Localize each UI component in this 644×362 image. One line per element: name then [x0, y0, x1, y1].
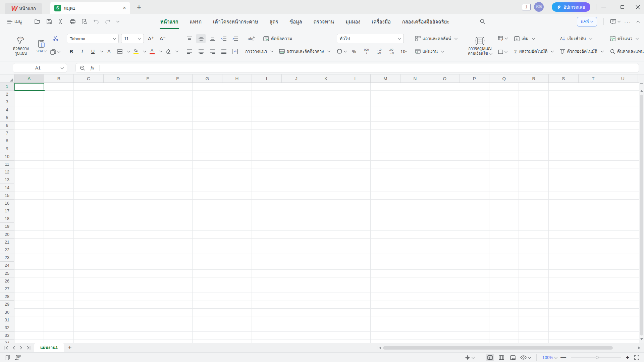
autosum-button[interactable]: Σ ผลรวมอัตโนมัติ [514, 46, 553, 57]
comma-style-button[interactable]: 000↓ [362, 47, 371, 56]
window-count-badge[interactable]: 1 [522, 4, 531, 10]
next-sheet-button[interactable] [18, 345, 24, 351]
row-header-14[interactable]: 14 [0, 184, 14, 192]
vertical-scroll-thumb[interactable] [640, 95, 643, 335]
column-header-E[interactable]: E [133, 74, 163, 83]
row-header-27[interactable]: 27 [0, 285, 14, 293]
bold-button[interactable]: B [67, 47, 76, 56]
decrease-decimal-button[interactable]: .00→.0 [387, 47, 396, 56]
close-tab-icon[interactable]: × [123, 5, 126, 11]
zoom-slider[interactable] [571, 357, 621, 358]
ribbon-search-icon[interactable] [478, 17, 487, 26]
new-tab-button[interactable]: + [137, 3, 141, 12]
column-header-L[interactable]: L [341, 74, 371, 83]
row-header-15[interactable]: 15 [0, 192, 14, 200]
borders-button[interactable] [115, 47, 124, 56]
formula-input[interactable]: fx [75, 63, 639, 73]
column-header-O[interactable]: O [430, 74, 460, 83]
column-header-G[interactable]: G [193, 74, 222, 83]
save-button[interactable] [45, 17, 54, 26]
row-header-1[interactable]: 1 [0, 83, 14, 91]
fx-icon[interactable]: fx [91, 65, 94, 71]
align-left-button[interactable] [185, 47, 194, 56]
strikethrough-button[interactable]: A [104, 47, 114, 56]
share-button[interactable]: แชร์ [577, 17, 597, 27]
shrink-font-button[interactable]: A⁻ [158, 34, 167, 43]
cells-area[interactable] [14, 83, 639, 343]
row-header-28[interactable]: 28 [0, 293, 14, 301]
page-break-view-button[interactable] [509, 354, 517, 361]
row-header-7[interactable]: 7 [0, 130, 14, 137]
zoom-slider-handle[interactable] [596, 356, 599, 359]
currency-button[interactable] [337, 47, 346, 56]
minimize-button[interactable] [598, 0, 609, 14]
zoom-formula-icon[interactable] [80, 65, 85, 71]
ribbon-tab-8[interactable]: เครื่องมือ [372, 18, 391, 25]
comments-button[interactable] [610, 19, 620, 24]
distributed-button[interactable]: ab [230, 47, 240, 56]
home-tab[interactable]: W หน้าแรก [5, 3, 42, 14]
worksheet-button[interactable]: แผ่นงาน [415, 46, 457, 57]
add-sheet-button[interactable]: + [64, 344, 76, 352]
vertical-scrollbar[interactable] [639, 74, 644, 343]
prev-sheet-button[interactable] [11, 345, 17, 351]
column-headers[interactable]: ABCDEFGHIJKLMNOPQRSTUV [14, 74, 639, 83]
row-header-11[interactable]: 11 [0, 161, 14, 168]
increase-indent-button[interactable] [230, 34, 240, 43]
row-header-33[interactable]: 33 [0, 332, 14, 340]
italic-button[interactable]: I [77, 47, 87, 56]
column-header-C[interactable]: C [74, 74, 104, 83]
sheet-tab-active[interactable]: แผ่นงาน1 [34, 343, 64, 352]
sort-button[interactable]: A เรียงลำดับ [560, 33, 603, 44]
ribbon-tab-3[interactable]: เค้าโครงหน้ากระดาษ [213, 18, 258, 25]
row-header-29[interactable]: 29 [0, 301, 14, 308]
fill-button[interactable]: เติม [514, 33, 553, 44]
row-header-3[interactable]: 3 [0, 98, 14, 106]
copy-button[interactable] [50, 47, 60, 56]
row-header-30[interactable]: 30 [0, 308, 14, 316]
fill-color-button[interactable] [131, 47, 141, 56]
column-header-H[interactable]: H [222, 74, 252, 83]
row-header-31[interactable]: 31 [0, 316, 14, 324]
split-handle[interactable] [640, 83, 643, 84]
horizontal-scroll-thumb[interactable] [383, 346, 613, 350]
column-header-T[interactable]: T [579, 74, 608, 83]
align-bottom-button[interactable] [208, 34, 217, 43]
macro-record-icon[interactable]: VB [15, 355, 21, 360]
document-tab[interactable]: S สมุด1 × [50, 2, 130, 14]
scientific-button[interactable]: 10n [399, 47, 409, 56]
ribbon-tab-4[interactable]: สูตร [269, 18, 278, 25]
zoom-level-button[interactable]: 100% [542, 355, 557, 360]
row-header-9[interactable]: 9 [0, 145, 14, 153]
row-header-34[interactable]: 34 [0, 340, 14, 343]
selection-mode-button[interactable] [465, 355, 474, 360]
grow-font-button[interactable]: A⁺ [146, 34, 156, 43]
ribbon-tab-6[interactable]: ตรวจทาน [313, 18, 334, 25]
column-header-R[interactable]: R [519, 74, 549, 83]
font-color-button[interactable]: A [147, 47, 157, 56]
align-center-button[interactable] [196, 47, 206, 56]
column-header-K[interactable]: K [311, 74, 341, 83]
main-menu-button[interactable]: เมนู [6, 18, 23, 25]
row-header-20[interactable]: 20 [0, 231, 14, 239]
zoom-in-button[interactable]: + [626, 354, 629, 361]
column-header-S[interactable]: S [549, 74, 579, 83]
column-header-P[interactable]: P [460, 74, 490, 83]
close-button[interactable] [632, 0, 643, 14]
scroll-right-icon[interactable] [638, 347, 640, 349]
row-header-16[interactable]: 16 [0, 200, 14, 207]
fill-handle[interactable] [43, 90, 45, 92]
align-top-button[interactable] [185, 34, 194, 43]
row-headers[interactable]: 1234567891011121314151617181920212223242… [0, 83, 14, 343]
column-header-N[interactable]: N [400, 74, 430, 83]
column-header-J[interactable]: J [282, 74, 312, 83]
percent-button[interactable]: % [350, 47, 359, 56]
fullscreen-button[interactable] [633, 354, 641, 361]
row-header-8[interactable]: 8 [0, 137, 14, 145]
ribbon-tab-7[interactable]: มุมมอง [345, 18, 360, 25]
find-replace-button[interactable]: ค้นหาและแทนที่ [610, 46, 644, 57]
export-pdf-button[interactable] [56, 17, 66, 26]
column-header-F[interactable]: F [163, 74, 193, 83]
row-header-13[interactable]: 13 [0, 176, 14, 184]
restore-button[interactable] [616, 0, 628, 14]
